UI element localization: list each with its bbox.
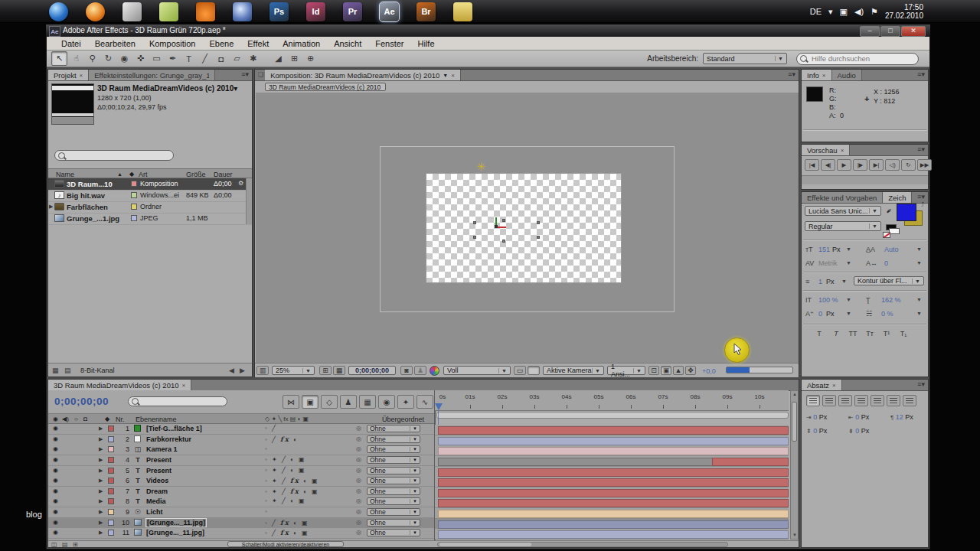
taskbar-icon-photoshop[interactable]: Ps <box>270 2 289 21</box>
label-color-swatch[interactable] <box>131 204 137 210</box>
expand-transfer-icon[interactable]: ▤ <box>62 541 68 548</box>
fill-color-swatch[interactable] <box>897 204 916 221</box>
tab-effects-presets[interactable]: Effekte und Vorgaben <box>802 192 883 203</box>
close-button[interactable]: ✕ <box>901 26 926 37</box>
parent-link-icon[interactable]: ◎ <box>356 508 361 515</box>
tab-info[interactable]: Info× <box>802 70 832 80</box>
layer-duration-bar[interactable] <box>438 510 789 518</box>
transparency-grid-toggle[interactable] <box>528 366 540 375</box>
maximize-button[interactable]: □ <box>880 26 900 37</box>
tray-chevron-icon[interactable]: ▾ <box>828 7 833 17</box>
layer-duration-bar[interactable] <box>438 458 714 466</box>
selection-handle[interactable] <box>502 219 505 222</box>
layer-duration-bar[interactable] <box>438 426 789 435</box>
layer-switches[interactable]: ◦ <box>265 445 269 452</box>
layer-switches[interactable]: ◦ ✦ ╱ ◐ ▣ <box>265 456 306 463</box>
timeline-search[interactable] <box>128 396 227 406</box>
selection-handle[interactable] <box>473 221 476 224</box>
layer-duration-bar[interactable] <box>438 478 789 487</box>
workspace-select[interactable]: Standard▼ <box>703 53 787 64</box>
speaker-icon[interactable]: ◀) <box>854 7 864 17</box>
layer-row[interactable]: ◉▶7TDream◦ ✦ ╱ fx ◐ ▣◎Ohne▼ <box>48 487 434 497</box>
faux-style-button-1[interactable]: T <box>829 328 843 337</box>
layer-track[interactable] <box>435 487 789 498</box>
flag-icon[interactable]: ⚑ <box>871 7 878 17</box>
draft-3d-button[interactable]: ◇ <box>321 395 338 409</box>
layer-name[interactable]: Media <box>146 497 166 505</box>
project-search[interactable] <box>54 150 174 161</box>
tracking-value[interactable]: 0 <box>884 259 888 267</box>
go-to-start-button[interactable]: |◀ <box>805 159 819 171</box>
layer-switches[interactable]: ◦ ╱ fx ◐ <box>265 435 299 443</box>
bit-depth-label[interactable]: 8-Bit-Kanal <box>80 367 115 374</box>
column-layer-name[interactable]: Ebenenname <box>136 416 177 423</box>
layer-name[interactable]: [Grunge..._11.jpg] <box>146 529 204 536</box>
label-color-swatch[interactable] <box>131 215 137 221</box>
layer-label-swatch[interactable] <box>108 498 114 504</box>
parent-link-icon[interactable]: ◎ <box>356 456 361 463</box>
panel-menu-icon[interactable]: ≡▾ <box>917 380 928 390</box>
loop-button[interactable]: ↻ <box>901 159 916 171</box>
layer-label-swatch[interactable] <box>108 530 114 536</box>
parent-link-icon[interactable]: ◎ <box>356 425 361 432</box>
expand-arrow-icon[interactable]: ▶ <box>99 425 103 432</box>
layer-visibility-icon[interactable]: ◉ <box>53 487 58 494</box>
layer-visibility-icon[interactable]: ◉ <box>53 467 58 474</box>
menu-ansicht[interactable]: Ansicht <box>327 39 368 48</box>
no-fill-swatch[interactable] <box>883 232 890 238</box>
step-back-button[interactable]: ◀| <box>821 159 835 171</box>
zoom-tool[interactable]: ⚲ <box>85 52 100 65</box>
layer-visibility-icon[interactable]: ◉ <box>53 497 58 504</box>
expand-arrow-icon[interactable]: ▶ <box>99 530 103 536</box>
expand-inout-icon[interactable]: ⊞ <box>73 541 78 548</box>
swap-colors-icon[interactable]: ⤴ <box>921 201 924 208</box>
tsume-arrow-icon[interactable]: ▼ <box>916 311 922 316</box>
tab-absatz[interactable]: Absatz× <box>802 380 842 390</box>
exposure-value[interactable]: +0,0 <box>702 367 716 375</box>
layer-row[interactable]: ◉▶4TPresent◦ ✦ ╱ ◐ ▣◎Ohne▼ <box>48 455 434 466</box>
leading-value[interactable]: Auto <box>884 246 899 253</box>
layer-label-swatch[interactable] <box>108 446 114 452</box>
column-parent[interactable]: Übergeordnet <box>382 416 424 423</box>
vertical-scale-arrow-icon[interactable]: ▼ <box>846 297 851 302</box>
parent-select[interactable]: Ohne▼ <box>367 529 420 536</box>
menu-effekt[interactable]: Effekt <box>240 39 276 48</box>
language-indicator[interactable]: DE <box>810 7 822 16</box>
layer-track[interactable] <box>435 425 789 435</box>
faux-style-button-3[interactable]: Tᴛ <box>863 328 877 337</box>
project-item-name[interactable]: 3D Raum...10 <box>67 180 113 188</box>
layer-row[interactable]: ◉▶11[Grunge..._11.jpg]◦ ╱ fx ◐ ▣◎Ohne▼ <box>48 528 434 539</box>
layer-duration-bar[interactable] <box>438 520 789 529</box>
pan-behind-tool[interactable]: ✜ <box>133 52 148 65</box>
always-preview-icon[interactable]: ▥ <box>256 366 269 375</box>
taskbar-icon-indesign[interactable]: Id <box>306 2 325 21</box>
resolution-select[interactable]: Voll▼ <box>443 366 511 375</box>
play-button[interactable]: ▶ <box>837 159 851 171</box>
brush-tool[interactable]: ╱ <box>198 52 212 65</box>
layer-label-swatch[interactable] <box>108 468 114 474</box>
taskbar-icon-snipping-tool[interactable] <box>122 2 142 21</box>
paragraph-row2-field-1[interactable]: ⇟ 0 Px <box>848 427 869 435</box>
parent-select[interactable]: Ohne▼ <box>367 477 420 484</box>
faux-style-button-0[interactable]: T <box>812 328 826 337</box>
scroll-up-icon[interactable]: ▲ <box>792 392 797 396</box>
step-forward-button[interactable]: |▶ <box>853 159 867 171</box>
horizontal-scale-arrow-icon[interactable]: ▼ <box>916 297 922 302</box>
taskbar-icon-premiere[interactable]: Pr <box>343 2 362 21</box>
layer-row[interactable]: ◉▶1[Tief-G...fläche 1]◦ ╱◎Ohne▼ <box>48 424 434 435</box>
camera-tool[interactable]: ◉ <box>117 52 132 65</box>
project-item-name[interactable]: Farbflächen <box>67 203 108 211</box>
action-center-icon[interactable]: ▣ <box>840 7 848 17</box>
title-bar[interactable]: Ae Adobe After Effects - 3D Raum Grün 72… <box>46 24 930 37</box>
layer-visibility-icon[interactable]: ◉ <box>53 425 58 432</box>
layer-duration-bar[interactable] <box>438 530 789 539</box>
justify-all-button[interactable] <box>903 395 916 406</box>
align-left-button[interactable] <box>806 395 820 406</box>
comp-mini-flowchart-button[interactable]: ⋈ <box>283 395 299 409</box>
justify-last-right-button[interactable] <box>887 395 900 406</box>
timeline-ruler[interactable]: 0s01s02s03s04s05s06s07s08s09s10s <box>435 390 789 411</box>
layer-duration-bar[interactable] <box>438 447 789 455</box>
parent-select[interactable]: Ohne▼ <box>367 456 420 464</box>
parent-link-icon[interactable]: ◎ <box>356 435 361 442</box>
faux-style-button-5[interactable]: T₁ <box>897 328 910 337</box>
